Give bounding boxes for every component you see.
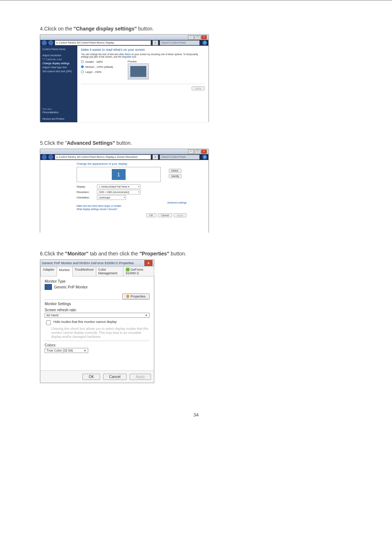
refresh-rate-label: Screen refresh rate: xyxy=(45,308,150,312)
preview-thumbnail xyxy=(128,63,149,79)
orientation-select[interactable]: Landscape xyxy=(97,195,126,200)
monitor-icon xyxy=(45,284,52,290)
orientation-label: Orientation: xyxy=(77,196,94,199)
monitor-thumbnail[interactable]: 1 xyxy=(112,169,126,180)
search-prefix[interactable]: ▾ xyxy=(152,40,158,45)
sidebar-home[interactable]: Control Panel Home xyxy=(42,48,75,50)
colors-select[interactable]: True Color (32 bit)▼ xyxy=(45,348,88,353)
window-titlebar: – ▢ × xyxy=(40,35,208,40)
scale-options: Smaller - 100% Medium - 125% (default) L… xyxy=(81,60,205,79)
page-number: 34 xyxy=(40,412,352,418)
cancel-button[interactable]: Cancel xyxy=(158,213,172,217)
step4-caption: 4.Ckick on the "Change display settings"… xyxy=(40,26,352,32)
tab-adapter[interactable]: Adapter xyxy=(40,266,57,276)
display-arrangement[interactable]: 1 Detect Identify xyxy=(77,167,161,182)
identify-button[interactable]: Identify xyxy=(169,174,181,178)
display-window: – ▢ × ▸ Control Panel ▸ All Control Pane… xyxy=(40,34,209,122)
search-input[interactable]: Search Control Panel xyxy=(160,40,200,45)
refresh-rate-select[interactable]: 60 Hertz▼ xyxy=(45,313,150,318)
back-button[interactable] xyxy=(42,155,47,160)
display-select[interactable]: 1. Nvidia Default Flat Panel ▾ xyxy=(97,184,140,189)
chevron-down-icon: ▼ xyxy=(83,349,86,352)
sidebar-adjust-resolution[interactable]: Adjust resolution xyxy=(42,54,75,57)
properties-button[interactable]: Properties xyxy=(122,294,150,299)
main-heading: Make it easier to read what's on your sc… xyxy=(81,48,205,52)
chevron-down-icon: ▼ xyxy=(145,314,148,317)
dialog-titlebar: Generic PnP Monitor and NVIDIA GeForce 9… xyxy=(40,260,154,266)
main-description: You can change the size of text and othe… xyxy=(81,53,205,58)
sidebar: Control Panel Home Adjust resolution 🛡 C… xyxy=(40,46,77,122)
sidebar-personalization[interactable]: Personalization xyxy=(42,111,75,114)
display-label: Display: xyxy=(77,185,94,188)
monitor-name: Generic PnP Monitor xyxy=(54,285,88,289)
step4-bold: "Change display settings" xyxy=(74,26,137,32)
sidebar-dpi[interactable]: Set custom text size (DPI) xyxy=(42,70,75,73)
step4-suffix: button. xyxy=(137,26,154,32)
cancel-button[interactable]: Cancel xyxy=(103,374,127,380)
tab-monitor[interactable]: Monitor xyxy=(57,267,73,276)
tab-color-management[interactable]: Color Management xyxy=(96,266,123,276)
breadcrumb[interactable]: ▸ Control Panel ▸ All Control Panel Item… xyxy=(55,40,151,45)
step5-caption: 5.Click the "Advanced Settings" button. xyxy=(40,140,352,146)
colors-group: Colors: True Color (32 bit)▼ xyxy=(45,341,150,368)
which-settings-link[interactable]: What display settings should I choose? xyxy=(77,208,197,210)
tab-pane: Monitor Type Generic PnP Monitor Propert… xyxy=(40,276,154,370)
monitor-type-group: Monitor Type Generic PnP Monitor Propert… xyxy=(45,279,150,290)
dialog-title: Generic PnP Monitor and NVIDIA GeForce 9… xyxy=(42,261,134,265)
radio-larger[interactable]: Larger - 150% xyxy=(81,70,113,73)
detect-button[interactable]: Detect xyxy=(169,169,181,173)
see-also: See also xyxy=(42,108,52,110)
sidebar-calibrate-color[interactable]: 🛡 Calibrate color xyxy=(42,58,75,61)
ok-button[interactable]: OK xyxy=(146,213,156,217)
forward-button[interactable] xyxy=(48,155,53,160)
tab-strip: Adapter Monitor Troubleshoot Color Manag… xyxy=(40,266,154,276)
close-button[interactable]: × xyxy=(201,149,207,154)
tab-geforce[interactable]: 🟩 GeForce 9100M G xyxy=(123,266,154,276)
tab-troubleshoot[interactable]: Troubleshoot xyxy=(72,266,96,276)
advanced-settings-link[interactable]: Advanced settings xyxy=(51,201,187,204)
minimize-button[interactable]: – xyxy=(188,35,194,40)
help-icon[interactable]: ? xyxy=(203,41,207,45)
apply-button[interactable]: Apply xyxy=(173,213,187,217)
monitor-settings-group: Monitor Settings Screen refresh rate: 60… xyxy=(45,299,150,338)
breadcrumb[interactable]: ▸ Control Panel ▸ All Control Panel Item… xyxy=(55,155,151,160)
main-pane: Make it easier to read what's on your sc… xyxy=(77,46,208,122)
ok-button[interactable]: OK xyxy=(82,374,100,380)
hide-modes-checkbox[interactable] xyxy=(46,320,51,325)
step5-suffix: button. xyxy=(115,140,132,146)
sidebar-devices[interactable]: Devices and Printers xyxy=(42,118,75,120)
heading: Change the appearance of your display xyxy=(77,162,197,165)
search-input[interactable]: Search Control Panel xyxy=(160,155,200,160)
close-button[interactable]: × xyxy=(201,35,207,40)
step5-bold: Advanced Settings" xyxy=(67,140,115,146)
text-size-link[interactable]: Make text and other items larger or smal… xyxy=(77,205,197,207)
maximize-button[interactable]: ▢ xyxy=(195,149,200,154)
sidebar-change-display[interactable]: Change display settings xyxy=(42,62,75,65)
hide-modes-label: Hide modes that this monitor cannot disp… xyxy=(53,320,117,324)
sidebar-cleartype[interactable]: Adjust ClearType text xyxy=(42,66,75,69)
close-button[interactable]: x xyxy=(144,260,152,266)
minimize-button[interactable]: – xyxy=(188,149,194,154)
sidebar-footer: See also Personalization Devices and Pri… xyxy=(42,108,75,121)
address-bar: ▸ Control Panel ▸ All Control Panel Item… xyxy=(40,40,208,46)
monitor-properties-dialog: Generic PnP Monitor and NVIDIA GeForce 9… xyxy=(40,259,154,383)
radio-medium[interactable]: Medium - 125% (default) xyxy=(81,65,113,68)
monitor-type-label: Monitor Type xyxy=(45,279,150,283)
apply-button[interactable]: Apply xyxy=(192,86,205,90)
step4-prefix: 4.Ckick on the xyxy=(40,26,74,32)
magnifier-link[interactable]: Magnifier xyxy=(122,56,132,58)
document-page: 4.Ckick on the "Change display settings"… xyxy=(0,0,392,432)
resolution-select[interactable]: 1920 × 1080 (recommended) xyxy=(97,190,140,194)
step5-prefix: 5.Click the " xyxy=(40,140,67,146)
forward-button[interactable] xyxy=(48,40,53,45)
colors-label: Colors: xyxy=(45,343,150,347)
maximize-button[interactable]: ▢ xyxy=(195,35,200,40)
radio-smaller[interactable]: Smaller - 100% xyxy=(81,60,113,63)
screen-resolution-window: – ▢ × ▸ Control Panel ▸ All Control Pane… xyxy=(40,149,209,233)
apply-button[interactable]: Apply xyxy=(130,374,151,380)
search-prefix[interactable]: ▾ xyxy=(152,155,158,160)
resolution-label: Resolution: xyxy=(77,191,94,193)
back-button[interactable] xyxy=(42,40,47,45)
window-body: Control Panel Home Adjust resolution 🛡 C… xyxy=(40,46,208,122)
help-icon[interactable]: ? xyxy=(203,155,207,159)
